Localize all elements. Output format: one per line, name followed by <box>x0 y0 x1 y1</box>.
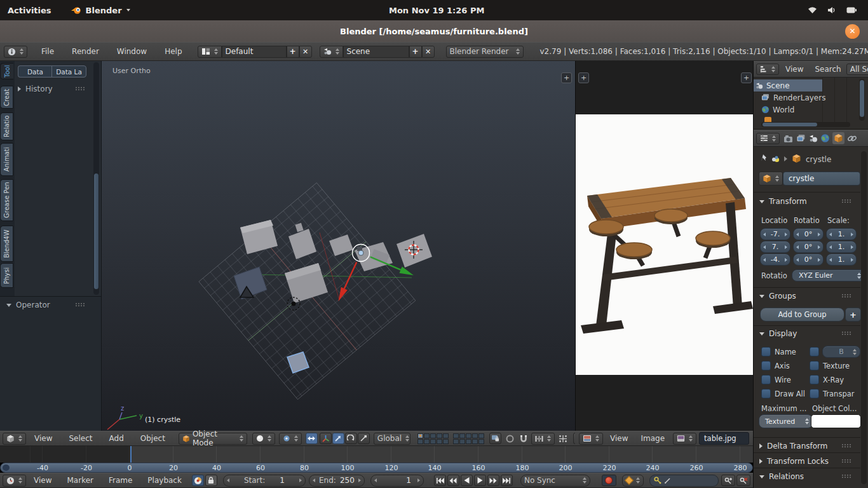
outliner-h-scrollbar[interactable] <box>761 122 850 127</box>
location-y-field[interactable]: 7. <box>760 241 790 253</box>
timeline-track[interactable] <box>0 446 753 463</box>
end-frame-field[interactable]: End: 250 <box>309 475 365 487</box>
scale-z-field[interactable]: 1. <box>826 254 857 266</box>
data-button[interactable]: Data <box>18 65 52 78</box>
timeline-menu-frame[interactable]: Frame <box>109 476 132 485</box>
object-color-swatch[interactable] <box>811 414 861 428</box>
delta-transform-panel-header[interactable]: Delta Transform <box>759 441 828 451</box>
v3d-menu-object[interactable]: Object <box>140 434 165 443</box>
display-bounds-checkbox[interactable] <box>810 347 819 356</box>
panel-grip[interactable] <box>841 474 851 478</box>
play-button[interactable] <box>474 475 486 486</box>
scale-x-field[interactable]: 1. <box>826 228 857 240</box>
viewport-canvas[interactable]: x y z <box>102 61 575 431</box>
timeline-menu-marker[interactable]: Marker <box>67 476 93 485</box>
image-browse-button[interactable] <box>673 433 696 445</box>
activities-button[interactable]: Activities <box>8 6 51 15</box>
menu-render[interactable]: Render <box>72 47 99 56</box>
editor-type-button[interactable] <box>3 475 26 487</box>
image-menu-image[interactable]: Image <box>641 434 665 443</box>
draw-type-select[interactable]: Textured <box>759 414 813 428</box>
render-engine-select[interactable]: Blender Render <box>446 46 524 58</box>
lock-time-cursor-toggle[interactable] <box>205 475 217 486</box>
history-panel-header[interactable]: History <box>18 85 53 93</box>
scene-delete-button[interactable]: ✕ <box>422 46 435 58</box>
current-frame-field[interactable]: 1 <box>370 475 424 487</box>
layer-cell-active[interactable] <box>417 433 423 438</box>
breadcrumb-scene-icon[interactable] <box>771 155 780 163</box>
menu-file[interactable]: File <box>41 47 54 56</box>
menu-window[interactable]: Window <box>117 47 147 56</box>
tab-world-icon[interactable] <box>820 133 830 143</box>
display-panel-header[interactable]: Display <box>759 329 797 339</box>
timeline-menu-playback[interactable]: Playback <box>147 476 182 485</box>
display-axis-checkb[interactable] <box>761 361 771 370</box>
tab-physics[interactable]: Physi <box>0 263 13 288</box>
manipulator-axes-button[interactable] <box>320 433 332 444</box>
scrollbar-thumb[interactable] <box>763 123 817 126</box>
rotation-x-field[interactable]: 0° <box>793 228 824 240</box>
scene-name[interactable]: Scene <box>343 46 409 58</box>
tab-relations[interactable]: Relatio <box>0 112 13 140</box>
editor-type-button[interactable] <box>756 133 780 144</box>
display-drawall-checkbox[interactable] <box>761 389 771 398</box>
tab-scene-icon[interactable] <box>809 134 818 143</box>
clock[interactable]: Mon Nov 19 1:26 PM <box>389 6 484 15</box>
display-xray-checkbox[interactable] <box>810 375 819 384</box>
screen-layout-delete-button[interactable]: ✕ <box>299 46 312 58</box>
editor-type-button[interactable] <box>4 46 27 58</box>
tab-object[interactable] <box>832 132 844 144</box>
display-transparency-checkbox[interactable] <box>810 389 819 398</box>
object-name-field[interactable]: crystle <box>783 172 860 186</box>
proportional-edit-button[interactable] <box>506 435 514 443</box>
rotation-z-field[interactable]: 0° <box>793 254 824 266</box>
tab-render-icon[interactable] <box>783 134 794 143</box>
window-title-bar[interactable]: Blender [/home/seamus/furniture.blend] ✕ <box>0 20 868 42</box>
display-filter-select[interactable]: All Sc <box>846 64 868 75</box>
tab-blend4w[interactable]: Blend4W <box>0 226 13 262</box>
timeline-ruler[interactable]: -40 -20 0 20 40 60 80 100 120 140 160 18… <box>0 463 753 473</box>
panel-grip[interactable] <box>841 294 851 298</box>
current-frame-line[interactable] <box>130 446 132 463</box>
lock-to-scene-toggle[interactable] <box>489 433 501 444</box>
properties-scrollbar[interactable] <box>861 151 867 484</box>
expand-region-button[interactable]: + <box>561 72 572 83</box>
scale-manipulator-button[interactable] <box>358 433 370 444</box>
scrollbar-thumb[interactable] <box>94 173 98 289</box>
transform-panel-header[interactable]: Transform <box>759 196 807 207</box>
scale-y-field[interactable]: 1. <box>826 241 857 253</box>
menu-help[interactable]: Help <box>165 47 182 56</box>
delete-keyframe-button[interactable] <box>736 475 750 486</box>
scrollbar-thumb[interactable] <box>862 156 866 441</box>
editor-type-button[interactable] <box>579 433 603 445</box>
scene-browse[interactable] <box>320 46 343 58</box>
next-keyframe-button[interactable] <box>487 475 499 486</box>
show-seconds-toggle[interactable] <box>192 475 204 486</box>
transform-orientation-select[interactable]: Global <box>374 433 410 445</box>
panel-grip[interactable] <box>75 86 85 91</box>
tab-render-layers-icon[interactable] <box>796 134 806 143</box>
keying-set-field[interactable] <box>649 475 719 487</box>
object-id-button[interactable] <box>759 172 783 186</box>
app-menu[interactable]: Blender <box>71 6 130 15</box>
rotation-y-field[interactable]: 0° <box>793 241 824 253</box>
jump-to-start-button[interactable] <box>434 475 446 486</box>
display-name-checkbox[interactable] <box>761 347 771 356</box>
outliner-row-scene[interactable]: Scene <box>754 79 822 92</box>
outliner-menu-search[interactable]: Search <box>815 65 841 74</box>
bounds-type-field[interactable]: B <box>822 346 860 358</box>
panel-grip[interactable] <box>75 302 85 307</box>
v3d-menu-add[interactable]: Add <box>109 434 124 443</box>
location-z-field[interactable]: -4. <box>760 254 790 266</box>
panel-grip[interactable] <box>841 199 851 203</box>
image-name-field[interactable]: table.jpg <box>699 432 749 445</box>
mode-select[interactable]: Object Mode <box>179 433 247 445</box>
tab-tool[interactable]: Tool <box>0 63 13 79</box>
panel-grip[interactable] <box>841 444 851 448</box>
panel-grip[interactable] <box>841 331 851 336</box>
scrollbar-thumb[interactable] <box>860 80 864 117</box>
image-editor[interactable]: + + <box>575 61 753 431</box>
pivot-point-select[interactable] <box>279 433 302 445</box>
play-reverse-button[interactable] <box>461 475 473 486</box>
tab-create[interactable]: Creat <box>0 86 13 109</box>
